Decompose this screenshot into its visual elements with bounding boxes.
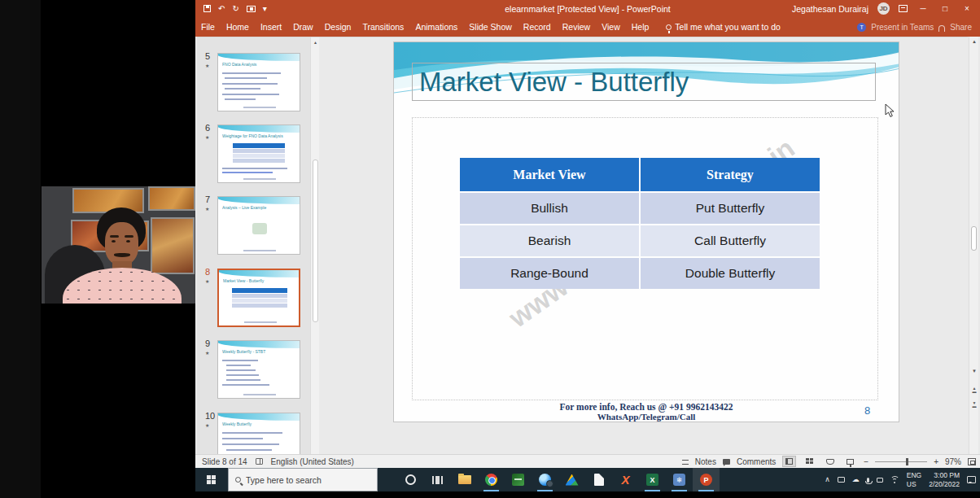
thumbnail-slide-9[interactable]: Weekly Butterfly - STBT [217, 340, 300, 399]
search-input[interactable] [246, 475, 360, 485]
strategy-table[interactable]: Market View Strategy Bullish Put Butterf… [458, 156, 821, 290]
thumb-wave-decor [219, 270, 299, 277]
left-black-strip [0, 0, 41, 498]
chrome-button[interactable] [478, 468, 505, 491]
notepad-button[interactable] [585, 468, 612, 491]
tab-review[interactable]: Review [557, 22, 596, 32]
cell-market-view: Range-Bound [460, 258, 639, 289]
animation-star-icon: ★ [205, 278, 209, 284]
account-avatar[interactable]: JD [877, 2, 890, 15]
close-button[interactable]: × [960, 4, 973, 13]
slide-indicator: Slide 8 of 14 [202, 457, 247, 466]
scrollbar-thumb[interactable] [971, 226, 977, 251]
tab-home[interactable]: Home [221, 22, 255, 32]
thumb-title: Weekly Butterfly [222, 422, 298, 426]
slide-number-label: 9 [205, 339, 210, 348]
document-icon [594, 474, 604, 486]
present-in-teams-button[interactable]: Present in Teams [871, 23, 934, 32]
tab-animations[interactable]: Animations [409, 22, 463, 32]
comments-button[interactable]: Comments [737, 457, 776, 466]
fit-slide-to-window-button[interactable] [968, 458, 976, 465]
reading-view-button[interactable] [823, 456, 837, 467]
task-view-button[interactable] [424, 468, 451, 491]
excel-button[interactable]: X [639, 468, 666, 491]
cell-strategy: Double Butterfly [641, 258, 820, 289]
slide-footer[interactable]: For more info, Reach us @ +91 9962143422… [394, 402, 899, 422]
device-icon[interactable] [877, 478, 883, 483]
slide-scrollbar[interactable]: ▲ ▼ ▲▬ ▼▬ [969, 37, 978, 454]
folder-icon [458, 475, 471, 484]
scroll-up-icon[interactable]: ▲ [311, 40, 319, 45]
drive-button[interactable] [558, 468, 585, 491]
table-row: Range-Bound Double Butterfly [460, 258, 820, 289]
notes-button[interactable]: Notes [695, 457, 716, 466]
previous-slide-button[interactable]: ▲▬ [970, 387, 978, 393]
trading-app-button[interactable] [505, 468, 532, 491]
presenter-mustache [114, 253, 130, 257]
scroll-up-icon[interactable]: ▲ [969, 39, 979, 44]
cortana-icon [405, 474, 416, 485]
tab-file[interactable]: File [195, 22, 221, 32]
tab-transitions[interactable]: Transitions [357, 22, 409, 32]
minimize-button[interactable]: ─ [917, 4, 930, 13]
tab-view[interactable]: View [596, 22, 626, 32]
share-button[interactable]: Share [950, 23, 972, 32]
slide-title-placeholder[interactable]: Market View - Butterfly [412, 63, 876, 101]
microphone-icon[interactable] [867, 478, 869, 483]
accessibility-icon[interactable] [256, 458, 263, 465]
tab-help[interactable]: Help [626, 22, 655, 32]
thumbnail-slide-7[interactable]: Analysis – Live Example [217, 196, 300, 255]
ribbon-display-options-icon[interactable] [899, 5, 908, 12]
wifi-icon[interactable] [890, 476, 899, 483]
zoom-slider[interactable] [875, 461, 927, 462]
slideshow-view-button[interactable] [843, 456, 857, 467]
language-button[interactable]: English (United States) [271, 457, 354, 466]
tablet-icon[interactable] [838, 477, 845, 483]
onedrive-cloud-icon[interactable]: ☁ [852, 476, 860, 483]
restore-button[interactable]: □ [938, 4, 952, 13]
zoom-out-button[interactable]: − [864, 457, 868, 466]
slide-number-label: 6 [205, 123, 210, 133]
mx-app-button[interactable]: X [612, 468, 639, 491]
start-button[interactable] [195, 468, 228, 491]
zoom-level[interactable]: 97% [945, 457, 961, 466]
tab-draw[interactable]: Draw [287, 22, 319, 32]
language-code: ENG [907, 471, 921, 479]
tab-insert[interactable]: Insert [255, 22, 287, 32]
thumbnail-slide-10[interactable]: Weekly Butterfly [217, 413, 300, 454]
account-name[interactable]: Jegathesan Durairaj [792, 4, 868, 14]
thumbnail-slide-5[interactable]: FNO Data Analysis [217, 53, 300, 111]
zoom-in-button[interactable]: + [934, 457, 938, 466]
show-hidden-icons-chevron[interactable]: ∧ [825, 476, 830, 483]
scroll-down-icon[interactable]: ▼ [969, 369, 979, 374]
scrollbar-thumb[interactable] [313, 159, 318, 322]
tab-slide-show[interactable]: Slide Show [463, 22, 518, 32]
tab-design[interactable]: Design [319, 22, 357, 32]
action-center-icon[interactable] [967, 476, 976, 483]
next-slide-button[interactable]: ▼▬ [970, 401, 978, 408]
tab-record[interactable]: Record [518, 22, 557, 32]
slide-thumbnail-panel: 5 ★ FNO Data Analysis 6 ★ Weightage for … [197, 37, 319, 454]
snowflake-icon: ❄ [673, 474, 685, 486]
tell-me-box[interactable]: Tell me what you want to do [675, 22, 781, 32]
thumbnail-slide-6[interactable]: Weightage for FNO Data Analysis [217, 124, 300, 183]
file-explorer-button[interactable] [451, 468, 478, 491]
webcam-video [42, 186, 195, 304]
powerpoint-window: ↶ ↻ ▾ elearnmarket [Protected View] - Po… [195, 0, 980, 468]
slide-sorter-view-button[interactable] [803, 456, 816, 467]
animation-star-icon: ★ [205, 206, 209, 212]
taskbar-search[interactable] [228, 468, 378, 491]
cortana-button[interactable] [397, 468, 424, 491]
normal-view-button[interactable] [782, 456, 796, 467]
thumbnail-scrollbar[interactable]: ▲ [310, 37, 319, 454]
share-person-icon [938, 25, 945, 32]
snowflake-app-button[interactable]: ❄ [666, 468, 693, 491]
clock[interactable]: 3:00 PM 2/20/2022 [929, 471, 960, 487]
slide-canvas[interactable]: Market View - Butterfly .in www Market V… [393, 42, 899, 422]
zoom-slider-thumb[interactable] [906, 458, 908, 465]
comments-icon [723, 459, 730, 465]
browser-profile-button[interactable] [532, 468, 558, 491]
thumbnail-slide-8-selected[interactable]: Market View - Butterfly [217, 269, 300, 327]
language-indicator[interactable]: ENG US [907, 471, 921, 487]
powerpoint-button[interactable]: P [693, 468, 720, 491]
